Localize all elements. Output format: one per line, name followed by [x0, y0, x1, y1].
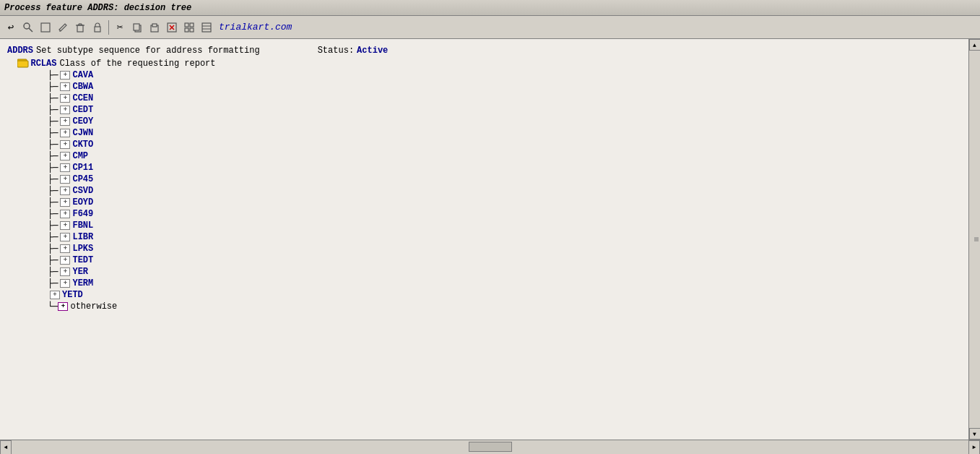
- tree-item-row: ├─+CP11: [48, 162, 961, 174]
- tree-node-label: CKTO: [72, 139, 93, 150]
- tree-connector: ├─: [48, 208, 58, 220]
- tree-node-icon[interactable]: +: [60, 117, 70, 126]
- svg-rect-2: [41, 23, 50, 32]
- copy-button[interactable]: [129, 20, 145, 35]
- tree-node-icon[interactable]: +: [60, 267, 70, 276]
- tree-node-label: CSVD: [72, 185, 93, 197]
- tree-node-label: CEDT: [72, 104, 93, 116]
- tree-node-icon[interactable]: +: [60, 140, 70, 149]
- title-text: Process feature ADDRS: decision tree: [4, 3, 191, 13]
- svg-rect-17: [185, 23, 188, 27]
- tree-connector: ├─: [48, 116, 58, 127]
- tree-node-label: CEOY: [72, 116, 93, 127]
- tree-item-row: ├─+CSVD: [48, 185, 961, 197]
- tree-item-row: ├─+CCEN: [48, 93, 961, 104]
- sep1: [108, 20, 109, 35]
- tree-node-label: YETD: [62, 289, 83, 301]
- edit-button[interactable]: [55, 20, 71, 35]
- tree-node-label: TEDT: [72, 254, 93, 266]
- tree-item-row: ├─+FBNL: [48, 220, 961, 231]
- svg-rect-19: [185, 28, 188, 32]
- svg-rect-18: [190, 23, 194, 27]
- find-button[interactable]: [164, 20, 180, 35]
- tree-node-label: CMP: [72, 150, 88, 162]
- tree-node-icon[interactable]: +: [50, 291, 60, 299]
- tree-connector: ├─: [48, 220, 58, 231]
- svg-rect-21: [202, 23, 211, 32]
- tree-node-label: CP11: [72, 162, 93, 174]
- status-label: Status:: [318, 45, 354, 56]
- tree-item-row: ├─+LPKS: [48, 243, 961, 254]
- tree-node-icon[interactable]: +: [60, 94, 70, 103]
- tree-item-row: ├─+CBWA: [48, 81, 961, 93]
- tree-item-row: ├─+TEDT: [48, 254, 961, 266]
- status-bar: ◄ ►: [0, 440, 980, 454]
- tree-node-icon[interactable]: +: [60, 163, 70, 172]
- tree-node-icon[interactable]: +: [60, 106, 70, 114]
- hscroll-track[interactable]: [12, 440, 968, 454]
- hscroll-thumb[interactable]: [469, 442, 512, 452]
- root-row: ADDRS Set subtype sequence for address f…: [7, 45, 961, 56]
- svg-line-1: [29, 28, 32, 32]
- tree-node-icon[interactable]: +: [60, 279, 70, 288]
- tree-node-icon[interactable]: +: [60, 152, 70, 160]
- otherwise-label: otherwise: [70, 301, 117, 312]
- tree-connector: ├─: [48, 81, 58, 93]
- tree-node-icon[interactable]: +: [60, 175, 70, 184]
- scroll-track[interactable]: [969, 51, 980, 428]
- toolbar: ↩ ✂ trialkart.com: [0, 16, 980, 39]
- tree-node-icon[interactable]: +: [60, 71, 70, 80]
- tree-connector: ├─: [48, 197, 58, 208]
- level1-row: RCLAS Class of the requesting report: [7, 58, 961, 69]
- search-button[interactable]: [20, 20, 36, 35]
- tree-node-icon[interactable]: +: [60, 82, 70, 91]
- delete-button[interactable]: [72, 20, 88, 35]
- tree-node-label: CBWA: [72, 81, 93, 93]
- tree-connector: ├─: [48, 139, 58, 150]
- otherwise-node-icon[interactable]: +: [58, 302, 68, 311]
- tree-node-icon[interactable]: +: [60, 256, 70, 265]
- scroll-right-button[interactable]: ►: [968, 440, 980, 455]
- scroll-grip: [974, 238, 979, 241]
- filter-button[interactable]: [181, 20, 197, 35]
- scrollbar-vertical[interactable]: ▲ ▼: [968, 39, 980, 440]
- level1-key: RCLAS: [30, 58, 56, 69]
- tree-items: ├─+CAVA├─+CBWA├─+CCEN├─+CEDT├─+CEOY├─+CJ…: [7, 69, 961, 301]
- content-panel: ADDRS Set subtype sequence for address f…: [0, 39, 968, 440]
- new-button[interactable]: [38, 20, 53, 35]
- tree-node-icon[interactable]: +: [60, 187, 70, 195]
- title-bar: Process feature ADDRS: decision tree: [0, 0, 980, 16]
- tree-node-label: LPKS: [72, 243, 93, 254]
- tree-item-row: ├─+F649: [48, 208, 961, 220]
- tree-item-row: ├─+LIBR: [48, 231, 961, 243]
- tree-node-icon[interactable]: +: [60, 233, 70, 241]
- paste-button[interactable]: [147, 20, 162, 35]
- folder-expand-icon[interactable]: [17, 58, 29, 69]
- tree-node-icon[interactable]: +: [60, 210, 70, 218]
- back-button[interactable]: ↩: [3, 20, 19, 35]
- tree-connector: ├─: [48, 278, 58, 289]
- tree-connector: ├─: [48, 185, 58, 197]
- tree-node-icon[interactable]: +: [60, 198, 70, 207]
- svg-rect-11: [134, 24, 139, 30]
- grid-button[interactable]: [199, 20, 214, 35]
- lock-button[interactable]: [90, 20, 105, 35]
- tree-node-icon[interactable]: +: [60, 221, 70, 230]
- scroll-up-button[interactable]: ▲: [969, 39, 981, 51]
- scroll-down-button[interactable]: ▼: [969, 428, 981, 440]
- tree-node-label: CAVA: [72, 69, 93, 81]
- tree-connector: ├─: [48, 174, 58, 185]
- tree-node-label: CJWN: [72, 127, 93, 139]
- tree-connector: ├─: [48, 104, 58, 116]
- tree-item-row: ├─+CEDT: [48, 104, 961, 116]
- tree-item-row: ├─+YER: [48, 266, 961, 278]
- svg-rect-13: [152, 24, 157, 27]
- cut-button[interactable]: ✂: [112, 20, 128, 35]
- tree-item-row: ├─+CKTO: [48, 139, 961, 150]
- status-value: Active: [357, 45, 388, 56]
- tree-node-icon[interactable]: +: [60, 244, 70, 253]
- tree-item-row: ├─+CJWN: [48, 127, 961, 139]
- tree-node-icon[interactable]: +: [60, 129, 70, 137]
- scroll-left-button[interactable]: ◄: [0, 440, 12, 455]
- tree-node-label: F649: [72, 208, 93, 220]
